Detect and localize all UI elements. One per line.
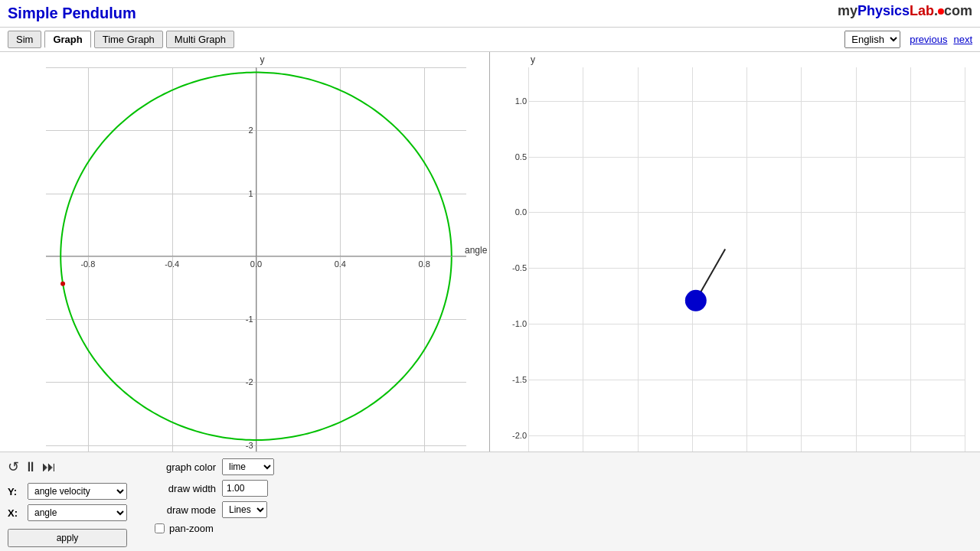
y-variable-row: Y: angle velocity angle angle accel time xyxy=(8,483,127,500)
draw-width-row: draw width xyxy=(155,480,274,497)
graph-settings-panel: graph color lime red blue green orange d… xyxy=(155,458,274,534)
pendulum-panel xyxy=(490,52,980,452)
playback-controls: ↺ ⏸ ⏭ xyxy=(8,458,127,475)
phase-graph-canvas[interactable] xyxy=(0,52,489,452)
tab-graph[interactable]: Graph xyxy=(44,31,90,48)
apply-button[interactable]: apply xyxy=(8,529,127,547)
previous-link[interactable]: previous xyxy=(910,34,947,45)
draw-mode-row: draw mode Lines Dots xyxy=(155,501,274,518)
reset-button[interactable]: ↺ xyxy=(8,458,19,475)
tab-time-graph[interactable]: Time Graph xyxy=(94,31,163,48)
tab-sim[interactable]: Sim xyxy=(8,31,41,48)
site-logo: myPhysicsLab.com xyxy=(838,3,972,19)
tab-multi-graph[interactable]: Multi Graph xyxy=(166,31,234,48)
draw-mode-select[interactable]: Lines Dots xyxy=(222,501,267,518)
nav-links: previous next xyxy=(910,34,972,45)
pan-zoom-checkbox[interactable] xyxy=(155,523,165,533)
draw-width-label: draw width xyxy=(155,483,216,494)
y-label: Y: xyxy=(8,486,23,497)
navigation-bar: Sim Graph Time Graph Multi Graph English… xyxy=(0,28,980,52)
x-variable-select[interactable]: angle angle velocity angle accel time xyxy=(28,504,127,521)
next-link[interactable]: next xyxy=(953,34,972,45)
pan-zoom-row: pan-zoom xyxy=(155,523,274,534)
pan-zoom-label: pan-zoom xyxy=(169,523,214,534)
bottom-controls: ↺ ⏸ ⏭ Y: angle velocity angle angle acce… xyxy=(0,452,980,551)
x-variable-row: X: angle angle velocity angle accel time xyxy=(8,504,127,521)
pause-button[interactable]: ⏸ xyxy=(24,459,38,475)
page-title: Simple Pendulum xyxy=(8,5,972,22)
phase-graph-panel xyxy=(0,52,490,452)
step-button[interactable]: ⏭ xyxy=(42,459,56,475)
x-label: X: xyxy=(8,507,23,519)
graph-color-label: graph color xyxy=(155,461,216,473)
draw-mode-label: draw mode xyxy=(155,504,216,516)
language-select[interactable]: English xyxy=(844,31,900,48)
graph-color-row: graph color lime red blue green orange xyxy=(155,458,274,475)
draw-width-input[interactable] xyxy=(222,480,268,497)
simulation-controls: ↺ ⏸ ⏭ Y: angle velocity angle angle acce… xyxy=(8,458,127,547)
y-variable-select[interactable]: angle velocity angle angle accel time xyxy=(28,483,127,500)
pendulum-canvas[interactable] xyxy=(490,52,980,452)
graph-color-select[interactable]: lime red blue green orange xyxy=(222,458,274,475)
